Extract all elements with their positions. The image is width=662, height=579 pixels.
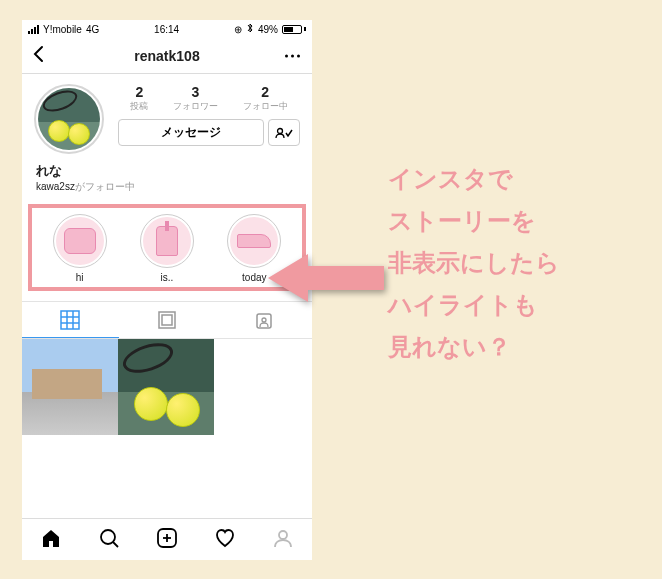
battery-pct: 49%: [258, 24, 278, 35]
stat-label: 投稿: [130, 100, 148, 113]
alarm-icon: ⊕: [234, 24, 242, 35]
followed-by-user[interactable]: kawa2sz: [36, 181, 75, 192]
highlight-item[interactable]: hi: [53, 214, 107, 283]
highlights-callout-box: hi is.. today: [28, 204, 306, 291]
caption-line: 非表示にしたら: [388, 242, 648, 284]
stat-followers[interactable]: 3 フォロワー: [173, 84, 218, 113]
highlight-label: hi: [53, 272, 107, 283]
followed-by: kawa2szがフォロー中: [36, 180, 298, 194]
status-bar: Y!mobile 4G 16:14 ⊕ 49%: [22, 20, 312, 38]
post-thumbnail[interactable]: [22, 339, 118, 435]
followed-by-suffix: がフォロー中: [75, 181, 135, 192]
avatar[interactable]: [34, 84, 104, 154]
callout-arrow-icon: [268, 248, 388, 308]
bio-block: れな kawa2szがフォロー中: [22, 158, 312, 202]
tab-grid[interactable]: [22, 302, 119, 338]
stat-posts[interactable]: 2 投稿: [130, 84, 148, 113]
svg-rect-7: [162, 315, 172, 325]
highlight-item[interactable]: is..: [140, 214, 194, 283]
bluetooth-icon: [246, 23, 254, 35]
post-thumbnail[interactable]: [118, 339, 214, 435]
stat-label: フォロー中: [243, 100, 288, 113]
stat-num: 2: [243, 84, 288, 100]
stat-label: フォロワー: [173, 100, 218, 113]
highlight-label: is..: [140, 272, 194, 283]
signal-icon: [28, 25, 39, 34]
caption-text: インスタで ストーリーを 非表示にしたら ハイライトも 見れない？: [388, 158, 648, 368]
search-tab[interactable]: [98, 527, 120, 553]
svg-point-10: [101, 530, 115, 544]
caption-line: ハイライトも: [388, 284, 648, 326]
svg-rect-8: [257, 314, 271, 328]
back-button[interactable]: [32, 45, 44, 67]
highlight-thumb-icon: [64, 228, 96, 254]
svg-point-0: [278, 128, 283, 133]
post-grid: [22, 339, 312, 435]
activity-tab[interactable]: [214, 527, 236, 553]
caption-line: ストーリーを: [388, 200, 648, 242]
bottom-tab-bar: [22, 518, 312, 560]
caption-line: 見れない？: [388, 326, 648, 368]
highlights-row: hi is.. today: [36, 214, 298, 283]
profile-header: 2 投稿 3 フォロワー 2 フォロー中 メッセージ: [22, 74, 312, 158]
svg-line-11: [113, 542, 118, 547]
follow-status-button[interactable]: [268, 119, 300, 146]
message-button[interactable]: メッセージ: [118, 119, 264, 146]
battery-icon: [282, 25, 306, 34]
svg-point-9: [262, 318, 266, 322]
highlight-thumb-icon: [156, 226, 178, 256]
home-tab[interactable]: [40, 527, 62, 553]
stat-num: 3: [173, 84, 218, 100]
display-name: れな: [36, 162, 298, 180]
page-title: renatk108: [134, 48, 199, 64]
nav-bar: renatk108: [22, 38, 312, 74]
stat-num: 2: [130, 84, 148, 100]
caption-line: インスタで: [388, 158, 648, 200]
carrier-label: Y!mobile: [43, 24, 82, 35]
stat-following[interactable]: 2 フォロー中: [243, 84, 288, 113]
clock: 16:14: [154, 24, 179, 35]
svg-marker-16: [268, 254, 384, 302]
stats-row: 2 投稿 3 フォロワー 2 フォロー中: [118, 84, 300, 113]
network-label: 4G: [86, 24, 99, 35]
tab-feed[interactable]: [119, 302, 216, 338]
svg-rect-1: [61, 311, 79, 329]
new-post-tab[interactable]: [156, 527, 178, 553]
profile-tab[interactable]: [272, 527, 294, 553]
highlight-thumb-icon: [237, 234, 271, 248]
more-button[interactable]: [285, 54, 300, 57]
svg-point-15: [279, 531, 287, 539]
